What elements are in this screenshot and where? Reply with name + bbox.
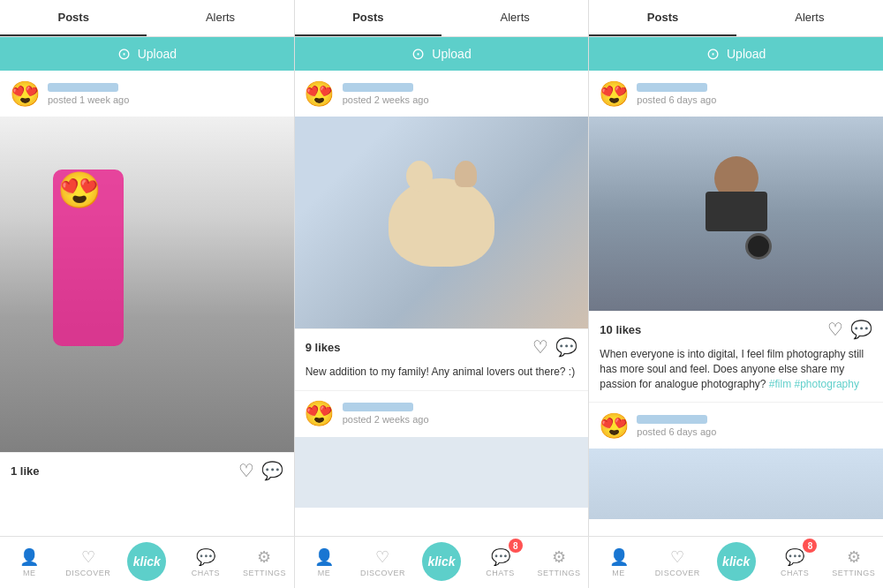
hashtags-3: #film #photography — [766, 378, 859, 390]
post-time-1: posted 1 week ago — [48, 94, 129, 105]
chats-label-2: CHATS — [486, 569, 514, 577]
tab-bar-3: Posts Alerts — [589, 0, 883, 37]
second-post-header-2: 😍 posted 2 weeks ago — [295, 390, 589, 437]
nav-discover-3[interactable]: ♡ DISCOVER — [648, 537, 707, 588]
chats-label-1: CHATS — [192, 569, 220, 577]
avatar-1: 😍 — [9, 78, 41, 109]
me-icon-3: 👤 — [609, 547, 629, 567]
post-footer-2: 9 likes ♡ 💬 New addition to my family! A… — [295, 328, 589, 390]
settings-label-2: SETTINGS — [538, 569, 581, 577]
comment-icon-1[interactable]: 💬 — [261, 460, 283, 481]
post-image-1: 😍 — [0, 117, 294, 452]
nav-klick-3[interactable]: klick — [706, 537, 766, 588]
second-avatar-3: 😍 — [598, 410, 630, 441]
post-meta-1: posted 1 week ago — [48, 83, 129, 105]
likes-row-2: 9 likes ♡ 💬 — [306, 336, 578, 358]
second-post-header-3: 😍 posted 6 days ago — [589, 402, 883, 449]
post-time-2: posted 2 weeks ago — [343, 94, 429, 105]
second-avatar-2: 😍 — [304, 398, 336, 430]
post-image-3 — [589, 117, 883, 311]
like-icon-3[interactable]: ♡ — [827, 319, 843, 340]
nav-chats-3[interactable]: 8 💬 CHATS — [766, 537, 825, 588]
nav-panel-1: 👤 ME ♡ DISCOVER klick 💬 CHATS ⚙ SETTINGS — [0, 537, 295, 588]
nav-chats-1[interactable]: 💬 CHATS — [177, 537, 236, 588]
me-icon-1: 👤 — [19, 547, 39, 567]
panel-2: Posts Alerts ⊙ Upload 😍 posted 2 weeks a… — [295, 0, 590, 536]
post-meta-2: posted 2 weeks ago — [343, 83, 429, 105]
second-post-preview-3 — [589, 449, 883, 519]
nav-panel-3: 👤 ME ♡ DISCOVER klick 8 💬 CHATS ⚙ SETTIN… — [589, 537, 883, 588]
post-footer-1: 1 like ♡ 💬 — [0, 452, 294, 492]
panel-3: Posts Alerts ⊙ Upload 😍 posted 6 days ag… — [589, 0, 883, 536]
comment-icon-2[interactable]: 💬 — [555, 336, 577, 358]
me-label-2: ME — [318, 569, 331, 577]
nav-settings-2[interactable]: ⚙ SETTINGS — [530, 537, 589, 588]
settings-icon-1: ⚙ — [257, 547, 271, 567]
second-username-bar-3 — [637, 415, 707, 424]
upload-label-2: Upload — [432, 47, 471, 61]
likes-row-1: 1 like ♡ 💬 — [11, 460, 283, 481]
settings-icon-2: ⚙ — [552, 547, 566, 567]
camera-icon-3: ⊙ — [706, 44, 720, 64]
nav-discover-1[interactable]: ♡ DISCOVER — [59, 537, 118, 588]
upload-label-3: Upload — [727, 47, 766, 61]
klick-icon-1: klick — [127, 542, 166, 581]
nav-me-2[interactable]: 👤 ME — [295, 537, 354, 588]
settings-label-3: SETTINGS — [832, 569, 875, 577]
avatar-3: 😍 — [598, 78, 630, 109]
post-caption-2: New addition to my family! Any animal lo… — [306, 361, 578, 383]
camera-icon-2: ⊙ — [411, 44, 425, 64]
nav-discover-2[interactable]: ♡ DISCOVER — [353, 537, 412, 588]
camera-icon-1: ⊙ — [117, 44, 131, 64]
tab-alerts-1[interactable]: Alerts — [147, 0, 293, 36]
chats-badge-2: 8 — [509, 539, 523, 553]
nav-settings-1[interactable]: ⚙ SETTINGS — [235, 537, 294, 588]
me-label-1: ME — [23, 569, 36, 577]
discover-label-2: DISCOVER — [360, 569, 405, 577]
nav-me-3[interactable]: 👤 ME — [589, 537, 648, 588]
post-time-3: posted 6 days ago — [637, 94, 716, 105]
post-header-1: 😍 posted 1 week ago — [0, 71, 294, 117]
tab-bar-1: Posts Alerts — [0, 0, 294, 37]
discover-label-3: DISCOVER — [655, 569, 700, 577]
discover-icon-2: ♡ — [375, 547, 389, 567]
avatar-2: 😍 — [304, 78, 336, 109]
second-post-meta-2: posted 2 weeks ago — [343, 403, 429, 425]
second-username-bar-2 — [343, 403, 413, 411]
discover-icon-3: ♡ — [670, 547, 684, 567]
upload-bar-2[interactable]: ⊙ Upload — [295, 37, 589, 71]
post-header-2: 😍 posted 2 weeks ago — [295, 71, 589, 117]
likes-count-1: 1 like — [11, 464, 40, 478]
username-bar-1 — [48, 83, 118, 92]
puppy-shape — [389, 178, 494, 267]
upload-bar-3[interactable]: ⊙ Upload — [589, 37, 883, 71]
bottom-nav: 👤 ME ♡ DISCOVER klick 💬 CHATS ⚙ SETTINGS… — [0, 536, 883, 588]
panel-1: Posts Alerts ⊙ Upload 😍 posted 1 week ag… — [0, 0, 295, 536]
likes-row-3: 10 likes ♡ 💬 — [600, 319, 872, 340]
comment-icon-3[interactable]: 💬 — [850, 319, 872, 340]
tab-alerts-3[interactable]: Alerts — [736, 0, 883, 36]
nav-chats-2[interactable]: 8 💬 CHATS — [471, 537, 530, 588]
tab-alerts-2[interactable]: Alerts — [442, 0, 588, 36]
panel-3-content: 😍 posted 6 days ago 10 likes — [589, 71, 883, 536]
tab-posts-2[interactable]: Posts — [295, 0, 442, 36]
panel-1-content: 😍 posted 1 week ago 😍 1 like ♡ 💬 — [0, 71, 294, 536]
nav-me-1[interactable]: 👤 ME — [0, 537, 59, 588]
panel-2-content: 😍 posted 2 weeks ago 9 likes ♡ 💬 New ad — [295, 71, 589, 536]
discover-icon-1: ♡ — [81, 547, 95, 567]
like-icon-1[interactable]: ♡ — [238, 460, 254, 481]
nav-settings-3[interactable]: ⚙ SETTINGS — [824, 537, 883, 588]
nav-klick-1[interactable]: klick — [117, 537, 177, 588]
tab-bar-2: Posts Alerts — [295, 0, 589, 37]
second-post-time-3: posted 6 days ago — [637, 426, 716, 437]
camera-person — [683, 156, 789, 271]
me-icon-2: 👤 — [314, 547, 334, 567]
tab-posts-1[interactable]: Posts — [0, 0, 147, 36]
tab-posts-3[interactable]: Posts — [589, 0, 736, 36]
upload-bar-1[interactable]: ⊙ Upload — [0, 37, 294, 71]
klick-icon-2: klick — [422, 542, 461, 581]
nav-klick-2[interactable]: klick — [412, 537, 472, 588]
second-post-preview-2 — [295, 437, 589, 508]
like-icon-2[interactable]: ♡ — [532, 336, 548, 358]
upload-label-1: Upload — [138, 47, 177, 61]
